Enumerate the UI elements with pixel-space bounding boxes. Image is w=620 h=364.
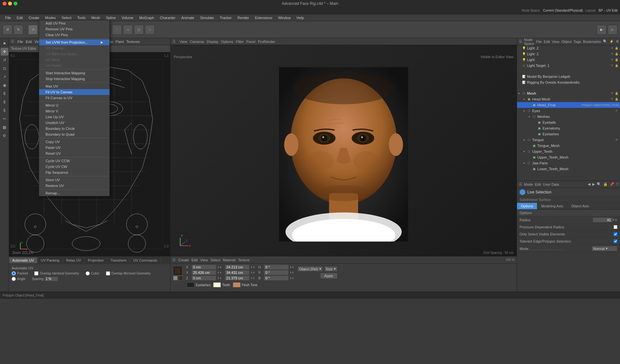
menu-create[interactable]: Create	[26, 15, 42, 20]
hier-settings[interactable]: ⚙	[616, 39, 619, 44]
sidebar-rotate[interactable]: ↺	[1, 56, 8, 64]
tab-uv-packing[interactable]: UV Packing	[37, 257, 63, 263]
tab-modeling-axis[interactable]: Modeling Axis	[537, 203, 567, 209]
hier-bookmarks[interactable]: Bookmarks	[583, 40, 601, 44]
hier-mesh-eye[interactable]: 👁	[610, 91, 614, 96]
point-mode[interactable]: ·	[112, 25, 122, 35]
menu-tracker[interactable]: Tracker	[217, 15, 234, 20]
attr-pin[interactable]: 📌	[610, 182, 614, 186]
hier-blank1[interactable]	[517, 68, 620, 74]
tab-projection[interactable]: Projection	[85, 257, 107, 263]
hier-lighttarget-eye[interactable]: 👁	[610, 63, 614, 68]
hier-light-lock[interactable]: 🔒	[614, 57, 619, 62]
tab-object-axis[interactable]: Object Axis	[567, 203, 593, 209]
sidebar-cube[interactable]: ■	[1, 39, 8, 47]
hier-light2-eye[interactable]: 👁	[610, 46, 614, 50]
dropdown-copy-uv[interactable]: Copy UV	[39, 139, 109, 145]
hier-blank2[interactable]	[517, 85, 620, 90]
hier-file[interactable]: File	[536, 40, 542, 44]
hierarchy-menu-toggle[interactable]: ☰	[519, 39, 522, 44]
menu-help[interactable]: Help	[294, 15, 306, 20]
attr-user-data[interactable]: User Data	[543, 182, 559, 186]
ps-texture[interactable]: Texture	[238, 258, 250, 262]
menu-render[interactable]: Render	[235, 15, 252, 20]
hier-rig-credit[interactable]: 📝 Rigging By Orestis Konstantinidis	[517, 79, 620, 85]
menu-select[interactable]: Select	[59, 15, 74, 20]
rot-h-spin[interactable]: ⬆⬇	[290, 266, 294, 269]
viewport-view[interactable]: View	[180, 40, 187, 44]
rot-p-spin[interactable]: ⬆⬇	[290, 271, 294, 274]
dropdown-cycle-ccw[interactable]: Cycle UV CCW	[39, 158, 109, 164]
hier-model-credit[interactable]: 📝 Model By Benjamin Leitgeb	[517, 74, 620, 79]
dropdown-boundary-circle[interactable]: Boundary to Circle	[39, 126, 109, 131]
hier-light[interactable]: 💡 Light 👁 🔒	[517, 57, 620, 63]
render-btn[interactable]: ▶	[597, 25, 606, 35]
dropdown-unstitch-uv[interactable]: Unstitch UV	[39, 120, 109, 126]
attr-question[interactable]: ?	[616, 182, 618, 186]
hier-meshes[interactable]: ▾ ⬡ Meshes	[517, 114, 620, 120]
menu-tools[interactable]: Tools	[75, 15, 88, 20]
hier-tonguemesh[interactable]: ▣ Tongue_Mesh	[517, 143, 620, 149]
hier-search[interactable]: 🔍	[603, 39, 607, 44]
dropdown-restore-uv[interactable]: Restore UV	[39, 183, 109, 189]
pos-x-input[interactable]	[192, 265, 216, 269]
dropdown-max-uv[interactable]: Max UV	[39, 83, 109, 89]
visible-checkbox[interactable]	[614, 232, 617, 236]
dropdown-set-uvw[interactable]: Set UVW from Projection... ▶	[39, 39, 109, 45]
hier-eyeballs[interactable]: ▣ Eyeballs	[517, 120, 620, 125]
uv-menu-file[interactable]: File	[16, 40, 25, 44]
menu-mesh[interactable]: Mesh	[89, 15, 103, 20]
ps-select[interactable]: Select	[211, 258, 221, 262]
poly-mode[interactable]: ◻	[134, 25, 144, 35]
hier-tongue[interactable]: ▾ ⬡ Tongue 👁	[517, 137, 620, 143]
attr-nav-back[interactable]: ◀	[588, 182, 590, 186]
sidebar-texture[interactable]: ▦	[1, 123, 8, 131]
pos-menu-toggle[interactable]: ☰	[172, 258, 176, 262]
pos-x-spin[interactable]: ⬆⬇	[217, 266, 222, 269]
size-y-spin[interactable]: ⬆⬇	[251, 271, 255, 274]
radius-input[interactable]	[593, 218, 612, 222]
dropdown-stop-interactive[interactable]: Stop Interactive Mapping	[39, 76, 109, 82]
sidebar-sel[interactable]: ↗	[1, 73, 8, 81]
object-mode[interactable]: ○	[145, 25, 155, 35]
tab-relax-uv[interactable]: Relax UV	[63, 257, 85, 263]
material-main-swatch[interactable]	[173, 266, 182, 275]
viewport-panel[interactable]: Panel	[246, 40, 255, 44]
ps-view[interactable]: View	[200, 258, 208, 262]
size-y-input[interactable]	[225, 270, 249, 275]
hier-eyelashes[interactable]: ▣ Eyelashes	[517, 131, 620, 137]
menu-volume[interactable]: Volume	[119, 15, 136, 20]
menu-animate[interactable]: Animate	[179, 15, 197, 20]
dropdown-lineup-uv[interactable]: Line Up UV	[39, 114, 109, 120]
ps-material[interactable]: Material	[223, 258, 235, 262]
pos-y-spin[interactable]: ⬆⬇	[217, 271, 222, 274]
hier-light1-eye[interactable]: 👁	[610, 52, 614, 56]
viewport-canvas[interactable]: Perspective Visible in Editor View	[170, 45, 517, 256]
ps-edit[interactable]: Edit	[191, 258, 198, 262]
menu-spline[interactable]: Spline	[103, 15, 119, 20]
hier-mesh[interactable]: ▾ ⬡ Mesh 👁 🔒	[517, 90, 620, 96]
dropdown-remap[interactable]: Remap...	[39, 190, 109, 196]
tab-automatic-uv[interactable]: Automatic UV	[9, 257, 37, 263]
viewport-prorender[interactable]: ProRender	[258, 40, 275, 44]
layout-value[interactable]: BP – UV Edit	[599, 9, 617, 12]
redo-button[interactable]: ↻	[14, 25, 23, 35]
viewport-filter[interactable]: Filter	[236, 40, 243, 44]
hier-upperteeth-mesh[interactable]: ▣ Upper_Teeth_Mesh	[517, 154, 620, 160]
irender-btn[interactable]: ▷	[608, 25, 617, 35]
viewport-cameras[interactable]: Cameras	[190, 40, 204, 44]
coord-mode-select[interactable]: Object (Rel) ▾	[297, 266, 323, 272]
menu-mograph[interactable]: MoGraph	[137, 15, 157, 20]
dropdown-cycle-cw[interactable]: Cycle UV CW	[39, 164, 109, 170]
angle-radio[interactable]	[12, 277, 16, 281]
hier-filter[interactable]: ⚡	[609, 39, 614, 44]
tab-transform[interactable]: Transform	[107, 257, 130, 263]
dropdown-mirror-v[interactable]: Mirror V	[39, 108, 109, 114]
node-space-value[interactable]: Current (Standard/Physical)	[543, 9, 583, 12]
sidebar-move[interactable]: ✛	[1, 48, 8, 56]
maximize-button[interactable]	[14, 2, 17, 5]
sidebar-brush[interactable]: ◉	[1, 81, 8, 89]
menu-window[interactable]: Window	[275, 15, 293, 20]
attr-edit-label[interactable]: Edit	[535, 182, 541, 186]
sidebar-knife[interactable]: ✂	[1, 115, 8, 123]
